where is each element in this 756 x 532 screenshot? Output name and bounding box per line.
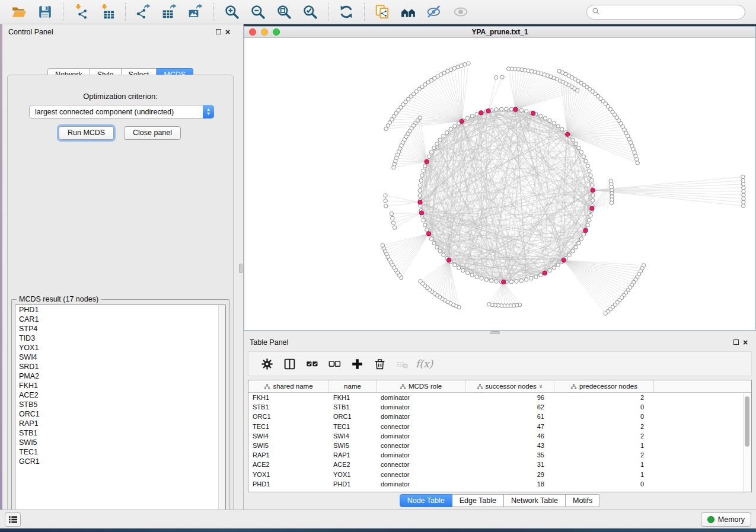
save-icon[interactable] <box>36 3 54 21</box>
cell-shared-name[interactable]: ACE2 <box>248 460 329 469</box>
table-row[interactable]: STB1STB1dominator620 <box>248 402 751 412</box>
cell-MCDS-role[interactable]: dominator <box>377 431 465 441</box>
cell-shared-name[interactable]: RAP1 <box>248 450 329 460</box>
mcds-result-item[interactable]: YOX1 <box>15 343 225 352</box>
column-header-predecessor-nodes[interactable]: predecessor nodes <box>554 380 654 392</box>
cell-predecessor-nodes[interactable]: 1 <box>554 441 654 450</box>
import-network-icon[interactable] <box>72 3 90 21</box>
mcds-result-list[interactable]: PHD1CAR1STP4TID3YOX1SWI4SRD1PMA2FKH1ACE2… <box>15 305 226 515</box>
cell-predecessor-nodes[interactable]: 2 <box>554 393 654 402</box>
vertical-splitter[interactable] <box>238 24 244 509</box>
function-builder-icon[interactable]: f(x) <box>416 358 433 370</box>
mcds-result-item[interactable]: ORC1 <box>15 409 225 419</box>
mcds-result-item[interactable]: FKH1 <box>15 381 225 390</box>
cell-shared-name[interactable]: ORC1 <box>248 412 329 421</box>
cell-MCDS-role[interactable]: dominator <box>377 450 465 460</box>
table-row[interactable]: SWI5SWI5connector431 <box>248 441 751 450</box>
table-row[interactable]: YOX1YOX1connector291 <box>248 470 751 479</box>
delete-column-icon[interactable] <box>372 356 387 371</box>
column-header-name[interactable]: name <box>329 380 377 392</box>
cell-predecessor-nodes[interactable]: 0 <box>554 402 654 412</box>
network-window-titlebar[interactable]: YPA_prune.txt_1 <box>244 27 755 38</box>
mcds-result-item[interactable]: STP4 <box>15 324 225 334</box>
cell-MCDS-role[interactable]: connector <box>377 441 465 450</box>
search-box[interactable] <box>586 5 745 20</box>
export-image-icon[interactable] <box>187 3 205 21</box>
select-all-icon[interactable] <box>304 356 320 371</box>
cell-successor-nodes[interactable]: 35 <box>465 450 554 460</box>
cell-MCDS-role[interactable]: connector <box>377 470 465 479</box>
cell-predecessor-nodes[interactable]: 2 <box>554 422 654 431</box>
cell-successor-nodes[interactable]: 18 <box>465 479 554 489</box>
refresh-icon[interactable] <box>337 3 355 21</box>
network-graph[interactable] <box>244 38 755 330</box>
table-row[interactable]: FKH1FKH1dominator962 <box>248 393 751 402</box>
cell-predecessor-nodes[interactable]: 0 <box>554 412 654 421</box>
table-row[interactable]: TEC1TEC1connector472 <box>248 422 751 431</box>
zoom-fit-icon[interactable] <box>275 3 293 21</box>
cell-successor-nodes[interactable]: 61 <box>465 412 554 421</box>
tab-network-table[interactable]: Network Table <box>504 494 566 507</box>
run-mcds-button[interactable]: Run MCDS <box>59 126 114 140</box>
cell-MCDS-role[interactable]: connector <box>377 422 465 431</box>
search-input[interactable] <box>600 7 745 18</box>
cell-successor-nodes[interactable]: 43 <box>465 441 554 450</box>
import-table-icon[interactable] <box>98 3 116 21</box>
cell-name[interactable]: RAP1 <box>329 450 377 460</box>
cell-name[interactable]: YOX1 <box>329 470 377 479</box>
mcds-result-item[interactable]: SRD1 <box>15 362 225 371</box>
zoom-in-icon[interactable] <box>223 3 241 21</box>
cell-predecessor-nodes[interactable]: 1 <box>554 460 654 469</box>
table-panel-float-button[interactable] <box>731 338 741 347</box>
task-history-button[interactable] <box>5 512 21 527</box>
cell-MCDS-role[interactable]: dominator <box>377 393 465 402</box>
close-panel-button[interactable]: Close panel <box>124 126 181 140</box>
column-header-MCDS-role[interactable]: MCDS role <box>377 380 465 392</box>
cell-name[interactable]: ORC1 <box>329 412 377 421</box>
tab-motifs[interactable]: Motifs <box>566 494 600 507</box>
cell-predecessor-nodes[interactable]: 2 <box>554 450 654 460</box>
table-row[interactable]: SWI4SWI4dominator462 <box>248 431 751 441</box>
zoom-out-icon[interactable] <box>249 3 267 21</box>
cell-MCDS-role[interactable]: dominator <box>377 412 465 421</box>
mcds-result-item[interactable]: STB5 <box>15 400 225 409</box>
memory-button[interactable]: Memory <box>701 512 751 527</box>
table-row[interactable]: ORC1ORC1dominator610 <box>248 412 751 421</box>
zoom-selected-icon[interactable] <box>301 3 319 21</box>
mcds-result-item[interactable]: SWI5 <box>15 438 225 447</box>
cell-shared-name[interactable]: YOX1 <box>248 470 329 479</box>
settings-gear-icon[interactable] <box>259 356 275 371</box>
add-column-icon[interactable] <box>349 356 365 371</box>
control-panel-float-button[interactable] <box>213 27 223 37</box>
mcds-result-item[interactable]: SWI4 <box>15 352 225 362</box>
cell-name[interactable]: SWI5 <box>329 441 377 450</box>
split-panel-icon[interactable] <box>282 356 297 371</box>
cell-MCDS-role[interactable]: dominator <box>377 479 465 489</box>
hide-selected-icon[interactable] <box>426 3 444 21</box>
table-panel-close-button[interactable]: × <box>741 338 750 347</box>
cell-successor-nodes[interactable]: 29 <box>465 470 554 479</box>
cell-name[interactable]: PHD1 <box>329 479 377 489</box>
cell-predecessor-nodes[interactable]: 1 <box>554 470 654 479</box>
mcds-result-item[interactable]: GCR1 <box>15 457 225 466</box>
cell-successor-nodes[interactable]: 62 <box>465 402 554 412</box>
network-view-canvas[interactable] <box>244 38 755 330</box>
control-panel-close-button[interactable]: × <box>223 27 232 37</box>
mcds-list-scrollbar[interactable] <box>218 305 225 515</box>
open-icon[interactable] <box>10 3 28 21</box>
export-network-icon[interactable] <box>135 3 152 21</box>
first-neighbors-icon[interactable] <box>400 3 417 21</box>
cell-MCDS-role[interactable]: dominator <box>377 402 465 412</box>
table-row[interactable]: RAP1RAP1dominator352 <box>248 450 751 460</box>
cell-name[interactable]: SWI4 <box>329 431 377 441</box>
column-header-shared-name[interactable]: shared name <box>248 380 329 392</box>
horizontal-splitter[interactable] <box>244 331 756 335</box>
cell-shared-name[interactable]: STB1 <box>248 402 329 412</box>
tab-node-table[interactable]: Node Table <box>400 494 452 507</box>
export-table-icon[interactable] <box>161 3 178 21</box>
mcds-result-item[interactable]: RAP1 <box>15 419 225 428</box>
cell-name[interactable]: STB1 <box>329 402 377 412</box>
cell-shared-name[interactable]: PHD1 <box>248 479 329 489</box>
deselect-all-icon[interactable] <box>327 356 342 371</box>
mcds-result-item[interactable]: PHD1 <box>15 305 225 315</box>
